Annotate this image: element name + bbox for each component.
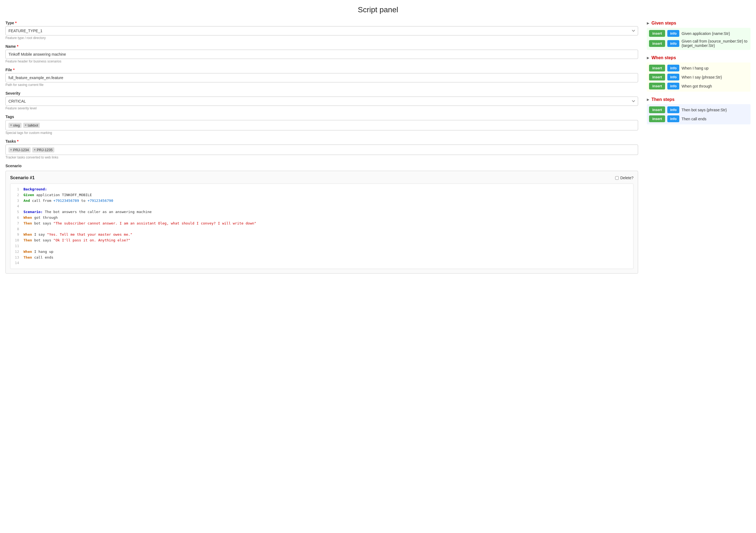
- delete-check: Delete?: [615, 176, 634, 180]
- task-prj1235-remove[interactable]: ×: [34, 148, 36, 152]
- code-line-12: 12 When I hang up: [14, 249, 630, 255]
- line-content-13: Then call ends: [23, 255, 630, 261]
- severity-field-group: Severity CRITICAL HIGH MEDIUM LOW Featur…: [6, 91, 638, 110]
- severity-select[interactable]: CRITICAL HIGH MEDIUM LOW: [6, 96, 638, 106]
- task-prj1234-remove[interactable]: ×: [10, 148, 12, 152]
- tag-talkbot-remove[interactable]: ×: [25, 123, 27, 127]
- delete-label: Delete?: [620, 176, 634, 180]
- scenario-box: Scenario #1 Delete? 1Background:2 Given …: [6, 171, 638, 274]
- severity-label: Severity: [6, 91, 638, 95]
- code-token: +79123456790: [88, 199, 113, 203]
- code-line-6: 6 When got through: [14, 215, 630, 221]
- type-select[interactable]: FEATURE_TYPE_1 FEATURE_TYPE_2: [6, 26, 638, 36]
- line-num-4: 4: [14, 203, 19, 209]
- tag-oleg-remove[interactable]: ×: [10, 123, 12, 127]
- then-step-text-0: Then bot says {phrase:Str}: [682, 108, 727, 112]
- when-insert-btn-2[interactable]: insert: [649, 83, 665, 89]
- given-triangle-icon: ▶: [647, 21, 649, 25]
- line-num-1: 1: [14, 187, 19, 192]
- line-num-14: 14: [14, 260, 19, 266]
- given-insert-btn-0[interactable]: insert: [649, 30, 665, 37]
- severity-hint: Feature severity level: [6, 106, 638, 110]
- then-steps-section: ▶ Then steps insert info Then bot says {…: [647, 97, 750, 124]
- code-token: And: [23, 199, 30, 203]
- name-required-marker: *: [17, 44, 18, 49]
- given-info-btn-0[interactable]: info: [667, 30, 679, 37]
- code-token: Background:: [23, 187, 47, 191]
- given-info-btn-1[interactable]: info: [667, 40, 679, 47]
- name-label: Name *: [6, 44, 638, 49]
- line-num-10: 10: [14, 238, 19, 243]
- when-info-btn-1[interactable]: info: [667, 74, 679, 81]
- code-token: call from: [30, 199, 53, 203]
- when-step-row-0: insert info When I hang up: [649, 64, 748, 71]
- when-step-row-1: insert info When I say {phrase:Str}: [649, 74, 748, 81]
- given-insert-btn-1[interactable]: insert: [649, 40, 665, 47]
- tasks-hint: Tracker tasks converted to web links: [6, 156, 638, 159]
- code-token: to: [79, 199, 88, 203]
- code-token: bot says: [32, 238, 53, 242]
- when-insert-btn-1[interactable]: insert: [649, 74, 665, 81]
- code-token: Given: [23, 193, 34, 197]
- code-token: I hang up: [32, 250, 53, 254]
- line-num-13: 13: [14, 255, 19, 261]
- then-info-btn-0[interactable]: info: [667, 106, 679, 113]
- scenario-title: Scenario #1: [10, 175, 35, 180]
- code-line-14: 14: [14, 260, 630, 266]
- code-token: bot says: [32, 221, 53, 225]
- line-num-5: 5: [14, 209, 19, 215]
- code-token: call ends: [32, 255, 53, 259]
- code-token: The bot answers the caller as an answeri…: [42, 210, 151, 214]
- tasks-input[interactable]: × PRJ-1234 × PRJ-1235: [6, 144, 638, 155]
- then-insert-btn-1[interactable]: insert: [649, 115, 665, 122]
- type-required-marker: *: [15, 21, 17, 25]
- scenario-section: Scenario Scenario #1 Delete? 1Background…: [6, 164, 638, 274]
- delete-checkbox[interactable]: [615, 176, 619, 180]
- line-content-11: [23, 243, 630, 249]
- task-prj1235-label: PRJ-1235: [37, 148, 53, 152]
- when-info-btn-0[interactable]: info: [667, 64, 679, 71]
- line-num-11: 11: [14, 243, 19, 249]
- tasks-label: Tasks *: [6, 139, 638, 143]
- scenario-header: Scenario #1 Delete?: [10, 175, 634, 180]
- when-steps-section: ▶ When steps insert info When I hang up …: [647, 55, 750, 92]
- file-field-group: File * Path for saving current file: [6, 68, 638, 87]
- code-line-13: 13 Then call ends: [14, 255, 630, 261]
- then-steps-header: ▶ Then steps: [647, 97, 750, 102]
- type-field-group: Type * FEATURE_TYPE_1 FEATURE_TYPE_2 Fea…: [6, 21, 638, 40]
- when-steps-title: When steps: [652, 55, 676, 60]
- right-panel: ▶ Given steps insert info Given applicat…: [647, 21, 750, 130]
- then-steps-title: Then steps: [652, 97, 674, 102]
- then-info-btn-1[interactable]: info: [667, 115, 679, 122]
- line-content-10: Then bot says "Ok I'll pass it on. Anyth…: [23, 238, 630, 243]
- left-panel: Type * FEATURE_TYPE_1 FEATURE_TYPE_2 Fea…: [6, 21, 638, 278]
- tags-input[interactable]: × oleg × talkbot: [6, 120, 638, 130]
- code-line-1: 1Background:: [14, 187, 630, 192]
- code-token: "Ok I'll pass it on. Anything else?": [53, 238, 130, 242]
- line-num-3: 3: [14, 198, 19, 204]
- type-hint: Feature type / root directory: [6, 36, 638, 40]
- given-steps-list: insert info Given application {name:Str}…: [647, 28, 750, 50]
- line-content-14: [23, 260, 630, 266]
- file-input[interactable]: [6, 73, 638, 82]
- code-line-2: 2 Given application TINKOFF_MOBILE: [14, 192, 630, 198]
- line-num-9: 9: [14, 232, 19, 238]
- code-token: When: [23, 232, 32, 237]
- line-content-8: [23, 226, 630, 232]
- line-content-4: [23, 203, 630, 209]
- line-content-1: Background:: [23, 187, 630, 192]
- line-content-7: Then bot says "The subscriber cannot ans…: [23, 221, 630, 226]
- when-insert-btn-0[interactable]: insert: [649, 64, 665, 71]
- when-steps-header: ▶ When steps: [647, 55, 750, 60]
- line-num-2: 2: [14, 192, 19, 198]
- type-label: Type *: [6, 21, 638, 25]
- line-num-8: 8: [14, 226, 19, 232]
- line-content-9: When I say "Yes. Tell me that your maste…: [23, 232, 630, 238]
- then-insert-btn-0[interactable]: insert: [649, 106, 665, 113]
- task-prj1235: × PRJ-1235: [32, 147, 54, 152]
- line-num-6: 6: [14, 215, 19, 221]
- when-info-btn-2[interactable]: info: [667, 83, 679, 89]
- name-input[interactable]: [6, 50, 638, 59]
- line-content-6: When got through: [23, 215, 630, 221]
- name-hint: Feature header for business scenarios: [6, 60, 638, 63]
